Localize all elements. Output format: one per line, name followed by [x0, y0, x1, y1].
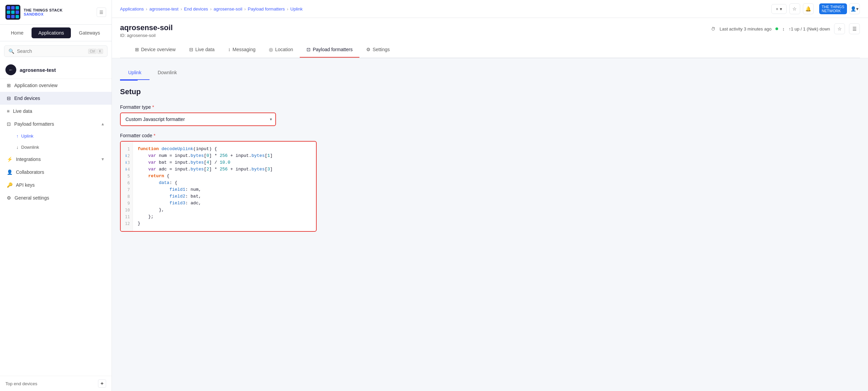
traffic-icon: ↕ [782, 26, 785, 32]
code-line-4: var adc = input.bytes[2] * 256 + input.b… [138, 166, 311, 173]
sidebar-item-label: API keys [16, 182, 35, 188]
add-end-device-button[interactable]: + [98, 379, 106, 388]
plus-icon: + [776, 6, 778, 12]
tab-settings[interactable]: ⚙ Settings [359, 42, 397, 58]
svg-rect-7 [16, 6, 19, 9]
settings-icon: ⚙ [7, 195, 11, 201]
tab-label: Device overview [141, 47, 176, 52]
sidebar-item-live-data[interactable]: ≡ Live data [0, 105, 112, 118]
code-icon: ⊡ [7, 121, 11, 127]
search-shortcut: Ctrl K [88, 49, 103, 54]
content-area: Uplink Downlink Setup Formatter type * C… [112, 58, 868, 391]
code-line-5: return { [138, 173, 311, 180]
code-line-1: function decodeUplink(input) { [138, 146, 311, 152]
tab-live-data[interactable]: ⊟ Live data [182, 42, 221, 58]
device-star-button[interactable]: ☆ [834, 23, 845, 34]
breadcrumb-payload-formatters[interactable]: Payload formatters [248, 6, 285, 12]
sidebar-item-integrations[interactable]: ⚡ Integrations ▼ [0, 153, 112, 166]
expand-icon: ▼ [101, 157, 105, 162]
activity-icon: ⏱ [711, 26, 715, 32]
sidebar-toggle-button[interactable]: ☰ [97, 7, 106, 17]
gateways-tab[interactable]: Gateways [72, 27, 107, 38]
sidebar-item-label: Live data [13, 108, 32, 114]
tab-messaging[interactable]: ↕ Messaging [221, 42, 262, 58]
bell-button[interactable]: 🔔 [803, 3, 814, 14]
stream-icon: ≡ [7, 108, 9, 114]
sidebar-item-label: Collaborators [16, 169, 44, 175]
bell-icon: 🔔 [805, 6, 811, 12]
network-badge: THE THINGSNETWORK [819, 3, 847, 14]
line-num-1: 1 [127, 146, 130, 152]
formatter-type-select[interactable]: Custom Javascript formatter None Cayenne… [120, 112, 276, 126]
code-line-11: }; [138, 213, 311, 220]
svg-rect-3 [7, 11, 10, 14]
sidebar-item-label: Integrations [16, 157, 41, 162]
applications-tab[interactable]: Applications [32, 27, 71, 38]
svg-rect-2 [11, 6, 15, 9]
search-icon: 🔍 [8, 48, 14, 54]
sidebar-subitem-label: Uplink [21, 133, 34, 139]
live-data-icon: ⊟ [189, 47, 193, 52]
tab-location[interactable]: ◎ Location [262, 42, 300, 58]
sidebar-item-collaborators[interactable]: 👤 Collaborators [0, 166, 112, 179]
code-line-2: var num = input.bytes[0] * 256 + input.b… [138, 152, 311, 159]
line-num-2: ℹ2 [125, 152, 130, 159]
sidebar-item-payload-formatters[interactable]: ⊡ Payload formatters ▲ [0, 118, 112, 130]
line-num-3: ℹ3 [125, 159, 130, 166]
back-button[interactable]: ← [5, 64, 16, 75]
search-box: 🔍 Ctrl K [4, 45, 107, 57]
sidebar-item-api-keys[interactable]: 🔑 API keys [0, 179, 112, 191]
sidebar-item-general-settings[interactable]: ⚙ General settings [0, 191, 112, 204]
app-name-label: agrosense-test [20, 67, 56, 73]
key-icon: 🔑 [7, 182, 13, 188]
line-num-12: 12 [125, 220, 130, 227]
code-content[interactable]: function decodeUplink(input) { var num =… [133, 142, 316, 231]
tab-label: Live data [195, 47, 215, 52]
line-num-10: 10 [125, 207, 130, 213]
breadcrumb-sep-2: › [180, 6, 182, 12]
active-tab-underline [120, 80, 138, 81]
user-menu-button[interactable]: 👤 ▾ [849, 3, 860, 14]
tab-device-overview[interactable]: ⊞ Device overview [128, 42, 182, 58]
sidebar-subitem-uplink[interactable]: ↑ Uplink [0, 130, 112, 142]
breadcrumb-sep-5: › [287, 6, 288, 12]
sidebar-item-application-overview[interactable]: ⊞ Application overview [0, 79, 112, 92]
tab-label: Messaging [233, 47, 256, 52]
sidebar-item-end-devices[interactable]: ⊟ End devices [0, 92, 112, 105]
sidebar: THE THINGS STACK SANDBOX ☰ Home Applicat… [0, 0, 112, 391]
line-num-11: 11 [125, 213, 130, 220]
code-editor[interactable]: 1 ℹ2 ℹ3 ℹ4 5 6 7 8 9 10 11 12 [120, 141, 317, 232]
device-header: aqrosense-soil ID: agrosense-soil ⏱ Last… [112, 18, 868, 58]
formatter-type-label: Formatter type * [120, 104, 860, 110]
traffic-text: ↑1 up / 1 (Nwk) down [789, 26, 830, 32]
sidebar-subitem-downlink[interactable]: ↓ Downlink [0, 142, 112, 153]
user-icon: 👤 [850, 6, 856, 12]
breadcrumb-sep-3: › [210, 6, 212, 12]
formatter-code-section: Formatter code * 1 ℹ2 ℹ3 ℹ4 5 6 7 8 [120, 133, 860, 232]
svg-rect-4 [11, 11, 15, 14]
setup-title: Setup [120, 87, 860, 96]
home-tab[interactable]: Home [4, 27, 30, 38]
breadcrumb-agrosense-soil[interactable]: agrosense-soil [214, 6, 242, 12]
device-id: ID: agrosense-soil [120, 33, 173, 38]
star-button[interactable]: ☆ [789, 3, 800, 14]
breadcrumb-end-devices[interactable]: End devices [184, 6, 208, 12]
formatter-type-select-wrapper: Custom Javascript formatter None Cayenne… [120, 112, 276, 126]
breadcrumb-applications[interactable]: Applications [120, 6, 144, 12]
code-line-12: } [138, 220, 311, 227]
search-input[interactable] [17, 48, 85, 54]
tab-payload-formatters[interactable]: ⊡ Payload formatters [300, 42, 359, 58]
device-menu-button[interactable]: ☰ [849, 23, 860, 34]
toggle-icon: ☰ [99, 10, 103, 15]
network-icon: THE THINGSNETWORK [822, 5, 844, 13]
grid-icon: ⊞ [7, 83, 11, 88]
add-button[interactable]: + ▾ [771, 4, 787, 14]
subtab-downlink-label: Downlink [158, 70, 177, 75]
svg-rect-9 [16, 15, 19, 18]
breadcrumb-agrosense-test[interactable]: agrosense-test [149, 6, 178, 12]
code-line-9: field3: adc, [138, 200, 311, 207]
tab-label: Settings [373, 47, 390, 52]
subtab-downlink[interactable]: Downlink [150, 66, 185, 80]
subtab-uplink[interactable]: Uplink [120, 66, 150, 80]
footer-label: Top end devices [5, 381, 37, 386]
